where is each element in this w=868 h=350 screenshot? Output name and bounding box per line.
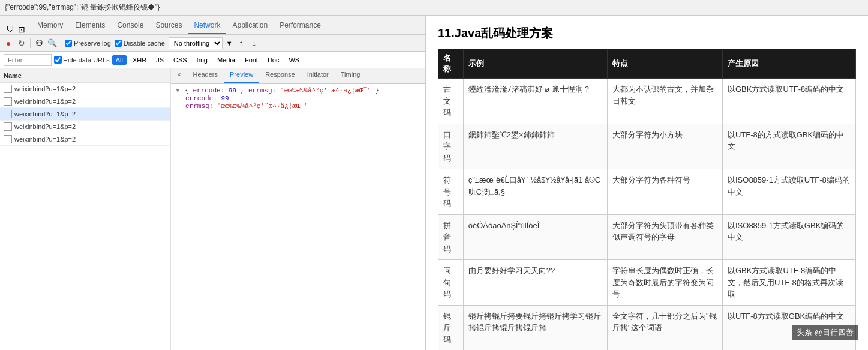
tab-application[interactable]: Application bbox=[226, 17, 274, 34]
preserve-log-checkbox[interactable] bbox=[65, 40, 72, 47]
device-icon[interactable]: ⊡ bbox=[18, 25, 25, 34]
table-row: 拼音码óéÓÀóaoÃñŞĺ°îilÍóeÎ大部分字符为头顶带有各种类似声调符号… bbox=[438, 214, 856, 260]
download-button[interactable]: ↓ bbox=[250, 38, 259, 48]
throttle-select[interactable]: No throttling bbox=[169, 37, 223, 49]
disable-cache-label[interactable]: Disable cache bbox=[115, 40, 165, 47]
devtools-toolbar: ● ↻ ⛁ 🔍 Preserve log Disable cache No th… bbox=[0, 35, 425, 52]
detail-tab-initiator[interactable]: Initiator bbox=[301, 68, 335, 83]
json-errmsg-line: errmsg: "æœ‰æ‰¼å^°ç'¨æ^·ä¿¦æŒ¯" bbox=[176, 103, 421, 110]
cell-feature-4: 字符串长度为偶数时正确，长度为奇数时最后的字符变为问号 bbox=[608, 260, 723, 306]
cell-name-0: 古文码 bbox=[438, 79, 464, 124]
preserve-log-text: Preserve log bbox=[74, 40, 111, 47]
request-item[interactable]: weixinbind?u=1&p=2 bbox=[0, 121, 170, 133]
cell-name-2: 符号码 bbox=[438, 169, 464, 215]
json-errcode-line: errcode: 99 bbox=[176, 95, 421, 102]
filter-font[interactable]: Font bbox=[241, 55, 262, 65]
preview-content: ▼ { errcode: 99 , errmsg: "æœ‰æ‰¼å^°ç'¨æ… bbox=[171, 84, 425, 350]
table-row: 古文码鑸緸湰湰湰ﾉ渚稿淇好 ø 邋十惺润？大都为不认识的古文，并加杂日韩文以GB… bbox=[438, 79, 856, 124]
cell-feature-0: 大都为不认识的古文，并加杂日韩文 bbox=[608, 79, 723, 124]
detail-tabs: × Headers Preview Response Initiator Tim… bbox=[171, 68, 425, 84]
tab-network[interactable]: Network bbox=[188, 17, 226, 34]
cell-name-5: 锟斤码 bbox=[438, 305, 464, 350]
hide-data-urls-checkbox[interactable] bbox=[54, 56, 62, 64]
request-item[interactable]: weixinbind?u=1&p=2 bbox=[0, 95, 170, 108]
cell-cause-3: 以ISO8859-1方式读取GBK编码的中文 bbox=[722, 214, 855, 260]
network-content: Name weixinbind?u=1&p=2 weixinbind?u=1&p… bbox=[0, 68, 425, 350]
cell-example-1: 鈱鈰鈰鑿℃2鐢×鈰鈰鈰鈰 bbox=[463, 124, 607, 169]
tab-memory[interactable]: Memory bbox=[31, 17, 69, 34]
request-item-selected[interactable]: weixinbind?u=1&p=2 bbox=[0, 108, 170, 121]
tab-sources[interactable]: Sources bbox=[149, 17, 188, 34]
table-row: 口字码鈱鈰鈰鑿℃2鐢×鈰鈰鈰鈰大部分字符为小方块以UTF-8的方式读取GBK编码… bbox=[438, 124, 856, 169]
request-icon-5 bbox=[4, 135, 12, 143]
cursor-icon[interactable]: ⛉ bbox=[6, 25, 14, 34]
tab-performance[interactable]: Performance bbox=[274, 17, 327, 34]
cell-name-1: 口字码 bbox=[438, 124, 464, 169]
cell-feature-1: 大部分字符为小方块 bbox=[608, 124, 723, 169]
cell-example-0: 鑸緸湰湰湰ﾉ渚稿淇好 ø 邋十惺润？ bbox=[463, 79, 607, 124]
record-button[interactable]: ● bbox=[4, 38, 13, 48]
disable-cache-checkbox[interactable] bbox=[115, 40, 122, 47]
main-container: ⛉ ⊡ Memory Elements Console Sources Netw… bbox=[0, 16, 868, 350]
request-item[interactable]: weixinbind?u=1&p=2 bbox=[0, 83, 170, 95]
top-bar: {"errcode":99,"errmsg":"锟 量錸扮欺锟蜂佼锟◆"} bbox=[0, 0, 868, 16]
request-name-5: weixinbind?u=1&p=2 bbox=[14, 136, 76, 143]
filter-bar: Hide data URLs All XHR JS CSS Img Media … bbox=[0, 52, 425, 68]
cell-cause-2: 以ISO8859-1方式读取UTF-8编码的中文 bbox=[722, 169, 855, 215]
detail-tab-timing[interactable]: Timing bbox=[335, 68, 367, 83]
cell-cause-0: 以GBK方式读取UTF-8编码的中文 bbox=[722, 79, 855, 124]
request-list: Name weixinbind?u=1&p=2 weixinbind?u=1&p… bbox=[0, 68, 171, 350]
watermark-text: 头条 @日行四善 bbox=[797, 328, 854, 337]
disable-cache-text: Disable cache bbox=[124, 40, 165, 47]
detail-close[interactable]: × bbox=[171, 68, 187, 83]
filter-xhr[interactable]: XHR bbox=[129, 55, 150, 65]
filter-img[interactable]: Img bbox=[193, 55, 211, 65]
name-column-header: Name bbox=[4, 72, 22, 79]
request-item[interactable]: weixinbind?u=1&p=2 bbox=[0, 133, 170, 146]
tab-elements[interactable]: Elements bbox=[69, 17, 111, 34]
tab-console[interactable]: Console bbox=[111, 17, 149, 34]
cell-example-5: 锟斤拷锟斤拷要锟斤拷锟斤拷学习锟斤拷锟斤拷锟斤拷锟斤拷 bbox=[463, 305, 607, 350]
filter-doc[interactable]: Doc bbox=[264, 55, 283, 65]
tree-toggle[interactable]: ▼ bbox=[176, 87, 180, 94]
devtools-icons: ⛉ ⊡ bbox=[2, 25, 29, 34]
table-row: 问句码由月要好好学习天天向??字符串长度为偶数时正确，长度为奇数时最后的字符变为… bbox=[438, 260, 856, 306]
filter-js[interactable]: JS bbox=[152, 55, 167, 65]
filter-input[interactable] bbox=[4, 54, 52, 66]
filter-ws[interactable]: WS bbox=[285, 55, 303, 65]
json-collapsed-line[interactable]: ▼ { errcode: 99 , errmsg: "æœ‰æ‰¼å^°ç'¨æ… bbox=[176, 87, 421, 94]
cell-example-4: 由月要好好学习天天向?? bbox=[463, 260, 607, 306]
filter-media[interactable]: Media bbox=[214, 55, 239, 65]
filter-button[interactable]: ⛁ bbox=[34, 38, 44, 48]
hide-data-urls-label[interactable]: Hide data URLs bbox=[54, 56, 110, 64]
detail-tab-preview[interactable]: Preview bbox=[224, 68, 259, 83]
devtools-panel: ⛉ ⊡ Memory Elements Console Sources Netw… bbox=[0, 16, 426, 350]
preserve-log-label[interactable]: Preserve log bbox=[65, 40, 111, 47]
chevron-down-icon[interactable]: ▼ bbox=[226, 40, 233, 47]
hide-data-urls-text: Hide data URLs bbox=[63, 56, 110, 64]
cell-example-2: ç"±æœ`è€Ĺ口å¥` ½å$¥½å¥å-|ã1 å®C㕤C㕠□ã,§ bbox=[463, 169, 607, 215]
detail-tab-response[interactable]: Response bbox=[259, 68, 301, 83]
article-table: 名称 示例 特点 产生原因 古文码鑸緸湰湰湰ﾉ渚稿淇好 ø 邋十惺润？大都为不认… bbox=[438, 49, 856, 350]
request-name-4: weixinbind?u=1&p=2 bbox=[14, 123, 76, 130]
request-icon-1 bbox=[4, 85, 12, 93]
cell-name-3: 拼音码 bbox=[438, 214, 464, 260]
stop-button[interactable]: ↻ bbox=[17, 38, 26, 48]
cell-feature-2: 大部分字符为各种符号 bbox=[608, 169, 723, 215]
filter-types: All XHR JS CSS Img Media Font Doc WS bbox=[112, 55, 304, 65]
garbled-text: {"errcode":99,"errmsg":"锟 量錸扮欺锟蜂佼锟◆"} bbox=[5, 3, 160, 11]
filter-all[interactable]: All bbox=[112, 55, 127, 65]
cell-cause-4: 以GBK方式读取UTF-8编码的中文，然后又用UTF-8的格式再次读取 bbox=[722, 260, 855, 306]
request-icon-3 bbox=[4, 110, 12, 118]
request-icon-2 bbox=[4, 97, 12, 106]
search-button[interactable]: 🔍 bbox=[47, 38, 57, 48]
detail-tab-headers[interactable]: Headers bbox=[187, 68, 224, 83]
article-panel: 11.Java乱码处理方案 名称 示例 特点 产生原因 古文码鑸緸湰湰湰ﾉ渚稿淇… bbox=[426, 16, 868, 350]
request-name-1: weixinbind?u=1&p=2 bbox=[14, 85, 76, 92]
upload-button[interactable]: ↑ bbox=[236, 38, 246, 48]
cell-feature-3: 大部分字符为头顶带有各种类似声调符号的字母 bbox=[608, 214, 723, 260]
request-list-header: Name bbox=[0, 68, 170, 83]
cell-cause-1: 以UTF-8的方式读取GBK编码的中文 bbox=[722, 124, 855, 169]
col-header-example: 示例 bbox=[463, 49, 607, 79]
filter-css[interactable]: CSS bbox=[170, 55, 191, 65]
